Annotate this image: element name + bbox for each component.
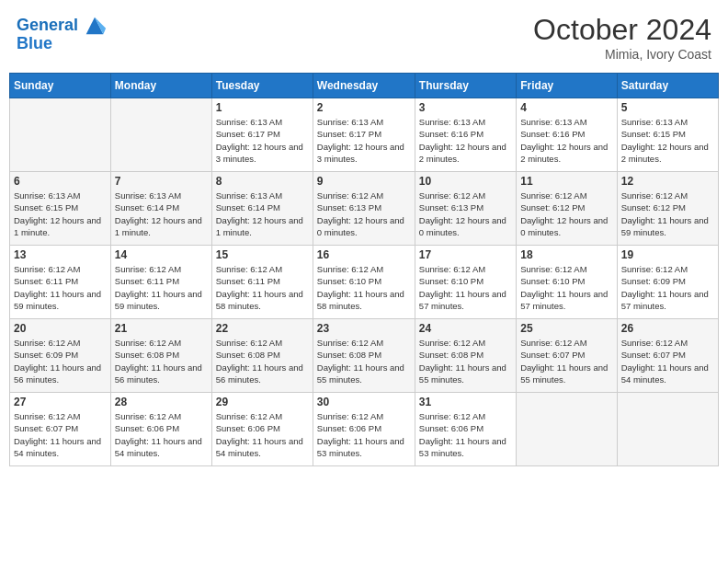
calendar-day-cell: 30Sunrise: 6:12 AM Sunset: 6:06 PM Dayli… — [313, 393, 415, 466]
title-block: October 2024 Mimia, Ivory Coast — [533, 13, 711, 62]
weekday-header-cell: Tuesday — [211, 74, 313, 98]
day-number: 4 — [520, 101, 612, 114]
day-number: 24 — [419, 322, 512, 335]
day-number: 1 — [216, 101, 309, 114]
calendar-day-cell: 19Sunrise: 6:12 AM Sunset: 6:09 PM Dayli… — [617, 246, 718, 319]
calendar-day-cell: 7Sunrise: 6:13 AM Sunset: 6:14 PM Daylig… — [110, 172, 211, 246]
day-info: Sunrise: 6:13 AM Sunset: 6:15 PM Dayligh… — [621, 116, 714, 165]
day-info: Sunrise: 6:13 AM Sunset: 6:17 PM Dayligh… — [216, 116, 309, 165]
day-info: Sunrise: 6:12 AM Sunset: 6:09 PM Dayligh… — [621, 263, 714, 312]
page-header: General Blue October 2024 Mimia, Ivory C… — [9, 9, 719, 65]
weekday-header-cell: Wednesday — [313, 74, 415, 98]
calendar-week-row: 1Sunrise: 6:13 AM Sunset: 6:17 PM Daylig… — [10, 98, 719, 172]
day-number: 18 — [520, 248, 612, 261]
day-number: 23 — [317, 322, 411, 335]
logo-icon — [82, 13, 108, 39]
day-info: Sunrise: 6:12 AM Sunset: 6:13 PM Dayligh… — [419, 190, 512, 238]
day-number: 3 — [419, 101, 512, 114]
day-info: Sunrise: 6:12 AM Sunset: 6:06 PM Dayligh… — [115, 410, 208, 459]
calendar-day-cell: 10Sunrise: 6:12 AM Sunset: 6:13 PM Dayli… — [415, 172, 516, 246]
day-number: 9 — [317, 175, 411, 188]
day-info: Sunrise: 6:12 AM Sunset: 6:07 PM Dayligh… — [520, 337, 612, 385]
day-info: Sunrise: 6:12 AM Sunset: 6:11 PM Dayligh… — [216, 263, 309, 312]
day-number: 30 — [317, 396, 411, 408]
calendar-day-cell: 5Sunrise: 6:13 AM Sunset: 6:15 PM Daylig… — [617, 98, 718, 172]
day-info: Sunrise: 6:13 AM Sunset: 6:16 PM Dayligh… — [419, 116, 512, 165]
calendar-day-cell — [617, 393, 718, 466]
day-number: 14 — [115, 248, 208, 261]
day-number: 16 — [317, 248, 411, 261]
calendar-day-cell: 14Sunrise: 6:12 AM Sunset: 6:11 PM Dayli… — [110, 246, 211, 319]
day-info: Sunrise: 6:12 AM Sunset: 6:12 PM Dayligh… — [621, 190, 714, 238]
day-number: 29 — [216, 396, 309, 408]
day-number: 27 — [14, 396, 107, 408]
day-info: Sunrise: 6:12 AM Sunset: 6:10 PM Dayligh… — [419, 263, 512, 312]
day-number: 10 — [419, 175, 512, 188]
day-number: 20 — [14, 322, 107, 335]
day-info: Sunrise: 6:12 AM Sunset: 6:10 PM Dayligh… — [317, 263, 411, 312]
calendar-day-cell: 9Sunrise: 6:12 AM Sunset: 6:13 PM Daylig… — [313, 172, 415, 246]
calendar-day-cell — [517, 393, 617, 466]
location-subtitle: Mimia, Ivory Coast — [533, 47, 711, 62]
day-info: Sunrise: 6:12 AM Sunset: 6:08 PM Dayligh… — [115, 337, 208, 385]
calendar-day-cell: 15Sunrise: 6:12 AM Sunset: 6:11 PM Dayli… — [211, 246, 313, 319]
day-number: 31 — [419, 396, 512, 408]
calendar-day-cell — [110, 98, 211, 172]
calendar-day-cell: 26Sunrise: 6:12 AM Sunset: 6:07 PM Dayli… — [617, 319, 718, 393]
weekday-header-cell: Thursday — [415, 74, 516, 98]
day-info: Sunrise: 6:12 AM Sunset: 6:06 PM Dayligh… — [216, 410, 309, 459]
calendar-week-row: 13Sunrise: 6:12 AM Sunset: 6:11 PM Dayli… — [10, 246, 719, 319]
calendar-day-cell: 2Sunrise: 6:13 AM Sunset: 6:17 PM Daylig… — [313, 98, 415, 172]
calendar-day-cell: 23Sunrise: 6:12 AM Sunset: 6:08 PM Dayli… — [313, 319, 415, 393]
day-info: Sunrise: 6:13 AM Sunset: 6:14 PM Dayligh… — [115, 190, 208, 238]
day-number: 8 — [216, 175, 309, 188]
calendar-day-cell: 21Sunrise: 6:12 AM Sunset: 6:08 PM Dayli… — [110, 319, 211, 393]
day-info: Sunrise: 6:13 AM Sunset: 6:14 PM Dayligh… — [216, 190, 309, 238]
weekday-header-row: SundayMondayTuesdayWednesdayThursdayFrid… — [10, 74, 719, 98]
day-info: Sunrise: 6:12 AM Sunset: 6:10 PM Dayligh… — [520, 263, 612, 312]
day-info: Sunrise: 6:13 AM Sunset: 6:16 PM Dayligh… — [520, 116, 612, 165]
calendar-day-cell: 28Sunrise: 6:12 AM Sunset: 6:06 PM Dayli… — [110, 393, 211, 466]
weekday-header-cell: Sunday — [10, 74, 111, 98]
day-number: 26 — [621, 322, 714, 335]
calendar-day-cell — [10, 98, 111, 172]
day-info: Sunrise: 6:12 AM Sunset: 6:07 PM Dayligh… — [14, 410, 107, 459]
weekday-header-cell: Monday — [110, 74, 211, 98]
calendar-day-cell: 18Sunrise: 6:12 AM Sunset: 6:10 PM Dayli… — [517, 246, 617, 319]
calendar-day-cell: 29Sunrise: 6:12 AM Sunset: 6:06 PM Dayli… — [211, 393, 313, 466]
calendar-day-cell: 13Sunrise: 6:12 AM Sunset: 6:11 PM Dayli… — [10, 246, 111, 319]
day-number: 25 — [520, 322, 612, 335]
day-info: Sunrise: 6:12 AM Sunset: 6:11 PM Dayligh… — [115, 263, 208, 312]
calendar-day-cell: 20Sunrise: 6:12 AM Sunset: 6:09 PM Dayli… — [10, 319, 111, 393]
day-info: Sunrise: 6:12 AM Sunset: 6:08 PM Dayligh… — [216, 337, 309, 385]
calendar-day-cell: 4Sunrise: 6:13 AM Sunset: 6:16 PM Daylig… — [517, 98, 617, 172]
day-info: Sunrise: 6:12 AM Sunset: 6:06 PM Dayligh… — [317, 410, 411, 459]
day-number: 2 — [317, 101, 411, 114]
weekday-header-cell: Friday — [517, 74, 617, 98]
day-info: Sunrise: 6:12 AM Sunset: 6:06 PM Dayligh… — [419, 410, 512, 459]
weekday-header-cell: Saturday — [617, 74, 718, 98]
calendar-day-cell: 25Sunrise: 6:12 AM Sunset: 6:07 PM Dayli… — [517, 319, 617, 393]
calendar-week-row: 20Sunrise: 6:12 AM Sunset: 6:09 PM Dayli… — [10, 319, 719, 393]
calendar-day-cell: 24Sunrise: 6:12 AM Sunset: 6:08 PM Dayli… — [415, 319, 516, 393]
calendar-day-cell: 31Sunrise: 6:12 AM Sunset: 6:06 PM Dayli… — [415, 393, 516, 466]
day-number: 6 — [14, 175, 107, 188]
calendar-day-cell: 16Sunrise: 6:12 AM Sunset: 6:10 PM Dayli… — [313, 246, 415, 319]
day-number: 17 — [419, 248, 512, 261]
calendar-week-row: 6Sunrise: 6:13 AM Sunset: 6:15 PM Daylig… — [10, 172, 719, 246]
calendar-day-cell: 27Sunrise: 6:12 AM Sunset: 6:07 PM Dayli… — [10, 393, 111, 466]
month-title: October 2024 — [533, 13, 711, 47]
calendar-day-cell: 12Sunrise: 6:12 AM Sunset: 6:12 PM Dayli… — [617, 172, 718, 246]
day-number: 13 — [14, 248, 107, 261]
day-number: 19 — [621, 248, 714, 261]
day-info: Sunrise: 6:12 AM Sunset: 6:11 PM Dayligh… — [14, 263, 107, 312]
calendar-week-row: 27Sunrise: 6:12 AM Sunset: 6:07 PM Dayli… — [10, 393, 719, 466]
day-number: 21 — [115, 322, 208, 335]
calendar-body: 1Sunrise: 6:13 AM Sunset: 6:17 PM Daylig… — [10, 98, 719, 466]
day-number: 7 — [115, 175, 208, 188]
day-info: Sunrise: 6:12 AM Sunset: 6:08 PM Dayligh… — [419, 337, 512, 385]
calendar-day-cell: 17Sunrise: 6:12 AM Sunset: 6:10 PM Dayli… — [415, 246, 516, 319]
day-number: 22 — [216, 322, 309, 335]
day-info: Sunrise: 6:12 AM Sunset: 6:13 PM Dayligh… — [317, 190, 411, 238]
day-number: 12 — [621, 175, 714, 188]
